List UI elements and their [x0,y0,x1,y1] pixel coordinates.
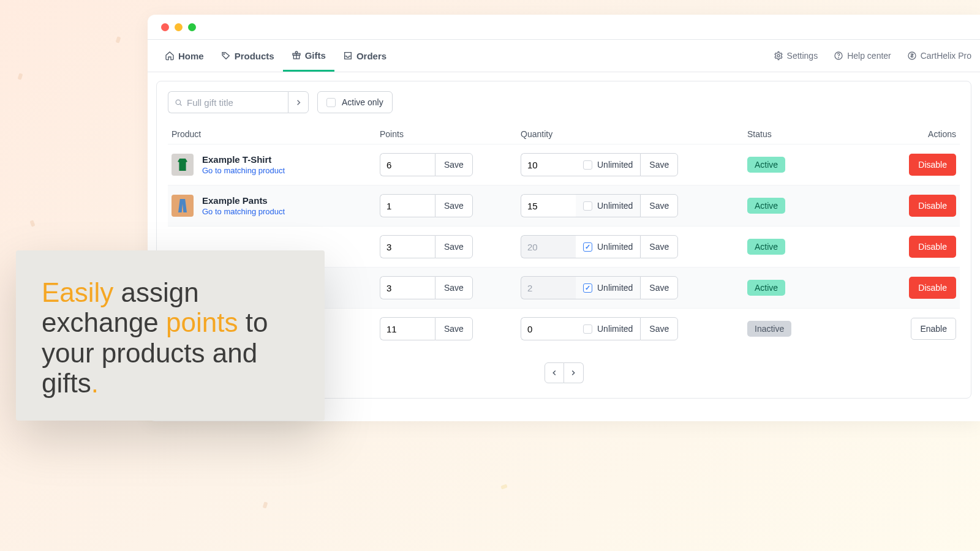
status-badge: Active [747,198,785,214]
col-points: Points [376,124,517,144]
points-input[interactable] [380,317,435,340]
nav-products-label: Products [235,51,274,61]
nav-gifts[interactable]: Gifts [283,40,334,72]
callout-word-2: points [166,307,238,337]
unlimited-label: Unlimited [597,160,633,170]
quantity-input[interactable] [521,153,576,176]
disable-button[interactable]: Disable [909,154,956,176]
main-nav: Home Products Gifts Orders [148,39,980,72]
search-input[interactable] [168,91,288,113]
help-icon [834,51,843,61]
window-zoom-dot[interactable] [188,23,196,31]
callout-dot: . [91,368,99,398]
window-minimize-dot[interactable] [175,23,183,31]
points-save-button[interactable]: Save [435,235,473,258]
unlimited-checkbox[interactable] [583,242,592,252]
search-submit-button[interactable] [288,91,309,113]
quantity-save-button[interactable]: Save [640,194,678,217]
table-row: Example PantsGo to matching productSaveU… [168,186,960,227]
product-title: Example Pants [202,195,285,206]
quantity-save-button[interactable]: Save [640,317,678,340]
table-row: Example T-ShirtGo to matching productSav… [168,144,960,186]
nav-orders-label: Orders [356,51,386,61]
unlimited-checkbox[interactable] [583,324,592,334]
quantity-save-button[interactable]: Save [640,235,678,258]
nav-settings-label: Settings [787,51,818,61]
nav-help-label: Help center [847,51,891,61]
points-save-button[interactable]: Save [435,194,473,217]
product-link[interactable]: Go to matching product [202,166,285,175]
svg-point-7 [176,100,181,105]
col-product: Product [168,124,376,144]
nav-settings[interactable]: Settings [774,51,818,61]
status-badge: Active [747,280,785,296]
active-only-checkbox[interactable] [326,98,336,107]
quantity-save-button[interactable]: Save [640,276,678,299]
col-quantity: Quantity [517,124,744,144]
disable-button[interactable]: Disable [909,236,956,258]
points-save-button[interactable]: Save [435,276,473,299]
unlimited-checkbox[interactable] [583,201,592,211]
unlimited-label: Unlimited [597,283,633,293]
svg-point-0 [224,54,224,54]
nav-help[interactable]: Help center [834,51,891,61]
svg-point-3 [777,54,780,57]
col-status: Status [744,124,899,144]
callout-word-1: Easily [42,277,113,307]
product-title: Example T-Shirt [202,154,285,165]
tag-icon [221,51,231,61]
nav-home[interactable]: Home [156,40,213,72]
svg-point-5 [839,58,839,58]
points-input[interactable] [380,235,435,258]
product-thumb [172,154,194,176]
page-next-button[interactable] [564,362,584,383]
unlimited-label: Unlimited [597,201,633,211]
quantity-input[interactable] [521,317,576,340]
unlimited-label: Unlimited [597,324,633,334]
window-close-dot[interactable] [161,23,169,31]
status-badge: Inactive [747,321,791,337]
quantity-input[interactable] [521,194,576,217]
status-badge: Active [747,157,785,173]
active-only-toggle[interactable]: Active only [317,91,393,113]
points-input[interactable] [380,194,435,217]
col-actions: Actions [899,124,960,144]
disable-button[interactable]: Disable [909,195,956,217]
search-icon [173,97,183,107]
product-thumb [172,195,194,217]
nav-orders[interactable]: Orders [334,40,395,72]
active-only-label: Active only [342,97,383,107]
nav-pro[interactable]: CartHelix Pro [907,51,971,61]
product-link[interactable]: Go to matching product [202,207,285,216]
dollar-icon [907,51,917,61]
page-prev-button[interactable] [545,362,564,383]
enable-button[interactable]: Enable [911,318,956,340]
unlimited-checkbox[interactable] [583,160,592,170]
promo-callout: Easily assign exchange points to your pr… [16,250,325,421]
status-badge: Active [747,239,785,255]
quantity-input [521,276,576,299]
points-input[interactable] [380,153,435,176]
window-titlebar [148,15,980,39]
gift-icon [292,50,301,60]
quantity-input [521,235,576,258]
chevron-right-icon [568,368,578,378]
gear-icon [774,51,783,61]
quantity-save-button[interactable]: Save [640,153,678,176]
nav-products[interactable]: Products [213,40,283,72]
nav-home-label: Home [178,51,204,61]
chevron-left-icon [549,368,559,378]
points-input[interactable] [380,276,435,299]
unlimited-checkbox[interactable] [583,283,592,293]
nav-gifts-label: Gifts [305,50,326,61]
points-save-button[interactable]: Save [435,153,473,176]
points-save-button[interactable]: Save [435,317,473,340]
unlimited-label: Unlimited [597,242,633,252]
home-icon [165,51,175,61]
chevron-right-icon [293,97,303,107]
nav-pro-label: CartHelix Pro [921,51,971,61]
inbox-icon [343,51,353,61]
disable-button[interactable]: Disable [909,277,956,299]
